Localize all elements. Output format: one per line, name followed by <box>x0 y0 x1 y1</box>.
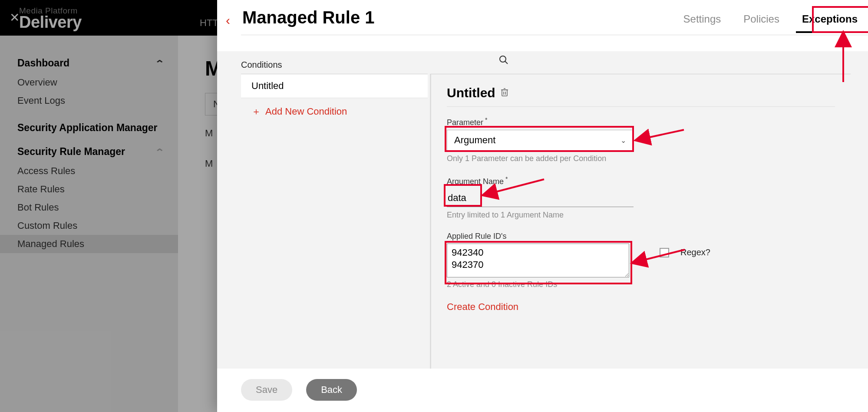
parameter-value: Argument <box>454 135 495 146</box>
regex-checkbox[interactable] <box>660 248 669 257</box>
header-divider <box>241 35 868 35</box>
argument-name-label: Argument Name * <box>447 175 835 186</box>
applied-rule-ids-helper: 2 Active and 0 Inactive Rule IDs <box>447 280 835 289</box>
condition-detail-title-row: Untitled <box>447 86 835 107</box>
drawer-footer: Save Back <box>217 369 868 412</box>
drawer-panel: ‹ Managed Rule 1 Settings Policies Excep… <box>217 0 868 412</box>
chevron-down-icon: ⌄ <box>620 136 626 145</box>
condition-detail: Untitled Parameter * Argum <box>430 74 851 369</box>
tab-exceptions[interactable]: Exceptions <box>799 9 861 32</box>
parameter-field: Parameter * Argument ⌄ Only 1 Parameter … <box>447 116 835 163</box>
svg-point-0 <box>500 56 506 62</box>
conditions-list: Untitled ＋ Add New Condition <box>241 74 428 369</box>
trash-icon[interactable] <box>501 88 508 99</box>
argument-name-input[interactable] <box>447 189 634 207</box>
back-button[interactable]: Back <box>306 379 357 401</box>
argument-name-label-text: Argument Name <box>447 177 504 186</box>
svg-line-1 <box>505 61 508 64</box>
add-condition-button[interactable]: ＋ Add New Condition <box>241 98 428 125</box>
conditions-label: Conditions <box>241 60 282 70</box>
parameter-label: Parameter * <box>447 116 835 127</box>
regex-label: Regex? <box>680 247 710 257</box>
svg-rect-2 <box>502 90 507 96</box>
parameter-helper: Only 1 Parameter can be added per Condit… <box>447 154 835 163</box>
drawer-tabs: Settings Policies Exceptions <box>680 9 861 32</box>
applied-rule-ids-label: Applied Rule ID's <box>447 232 835 241</box>
parameter-label-text: Parameter <box>447 118 483 127</box>
create-condition-link[interactable]: Create Condition <box>447 301 835 313</box>
back-chevron-icon[interactable]: ‹ <box>226 13 230 28</box>
condition-item[interactable]: Untitled <box>241 74 428 98</box>
tab-settings[interactable]: Settings <box>680 9 725 32</box>
argument-name-field: Argument Name * Entry limited to 1 Argum… <box>447 175 835 220</box>
applied-rule-ids-field: Applied Rule ID's 2 Active and 0 Inactiv… <box>447 232 835 289</box>
add-condition-label: Add New Condition <box>265 106 347 117</box>
regex-row: Regex? <box>660 247 710 257</box>
save-button[interactable]: Save <box>241 379 292 401</box>
condition-detail-title: Untitled <box>447 86 495 100</box>
drawer-body: Conditions Untitled ＋ Add New Condition … <box>217 51 868 369</box>
drawer-header: ‹ Managed Rule 1 Settings Policies Excep… <box>217 0 868 36</box>
tab-policies[interactable]: Policies <box>740 9 783 32</box>
search-icon[interactable] <box>498 55 509 68</box>
applied-rule-ids-textarea[interactable] <box>447 244 629 277</box>
plus-icon: ＋ <box>251 105 261 118</box>
argument-name-helper: Entry limited to 1 Argument Name <box>447 211 835 220</box>
parameter-select[interactable]: Argument ⌄ <box>447 130 634 151</box>
